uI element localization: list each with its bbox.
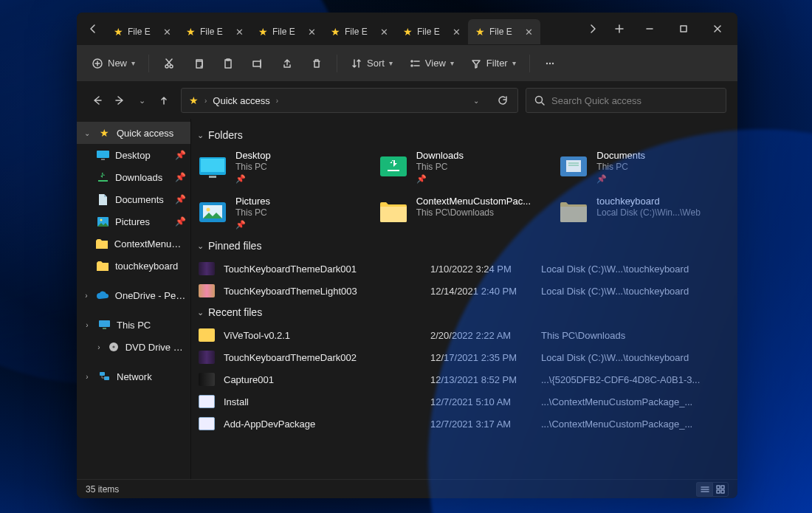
folder-tile[interactable]: Documents This PC 📌 [557, 147, 729, 187]
up-button[interactable] [154, 90, 173, 111]
close-window-button[interactable] [701, 17, 734, 41]
tiles-view-toggle[interactable] [712, 482, 729, 497]
sidebar-item[interactable]: touchkeyboard [77, 255, 190, 277]
file-row[interactable]: Add-AppDevPackage 12/7/2021 3:17 AM ...\… [196, 413, 729, 435]
group-pinned-files[interactable]: ⌄ Pinned files [197, 240, 729, 252]
address-bar[interactable]: ★ › Quick access › ⌄ [181, 88, 518, 113]
star-icon: ★ [403, 26, 413, 38]
file-row[interactable]: Capture001 12/13/2021 8:52 PM ...\{5205D… [196, 368, 729, 390]
sidebar-onedrive[interactable]: › OneDrive - Personal [77, 284, 190, 306]
filter-button[interactable]: Filter ▾ [463, 51, 523, 76]
sidebar-item-label: touchkeyboard [115, 261, 178, 272]
tab[interactable]: ★ File E ✕ [396, 19, 468, 44]
file-thumb [199, 328, 215, 342]
sidebar-item[interactable]: Downloads 📌 [77, 166, 190, 188]
svg-rect-16 [253, 61, 261, 66]
folder-icon [197, 196, 228, 225]
item-count: 35 items [86, 484, 119, 495]
sidebar-item[interactable]: Desktop 📌 [77, 144, 190, 166]
details-view-toggle[interactable] [696, 482, 712, 497]
network-label: Network [117, 371, 152, 382]
toolbar: New ▾ Sort ▾ View ▾ [77, 45, 737, 82]
svg-rect-54 [721, 486, 724, 489]
file-row[interactable]: TouchKeyboardThemeDark002 12/17/2021 2:3… [196, 346, 729, 368]
share-button[interactable] [273, 51, 301, 76]
sidebar-quick-access[interactable]: ⌄ ★ Quick access [77, 122, 190, 144]
sidebar-this-pc[interactable]: › This PC [77, 314, 190, 336]
file-row[interactable]: TouchKeyboardThemeLight003 12/14/2021 2:… [196, 280, 729, 302]
search-input[interactable] [551, 95, 718, 106]
tab-scroll-right[interactable] [579, 16, 606, 42]
svg-rect-3 [681, 26, 687, 32]
tab-close-button[interactable]: ✕ [378, 26, 390, 38]
group-folders[interactable]: ⌄ Folders [197, 129, 729, 141]
sidebar-item[interactable]: Documents 📌 [77, 188, 190, 210]
view-button[interactable]: View ▾ [402, 51, 461, 76]
folder-tile[interactable]: ContextMenuCustomPac... This PC\Download… [376, 193, 548, 233]
tab-close-button[interactable]: ✕ [523, 26, 534, 38]
pin-icon: 📌 [235, 220, 270, 230]
group-recent-files[interactable]: ⌄ Recent files [197, 306, 729, 318]
tab-close-button[interactable]: ✕ [233, 26, 245, 38]
new-button[interactable]: New ▾ [84, 51, 142, 76]
sort-button[interactable]: Sort ▾ [343, 51, 400, 76]
minimize-button[interactable] [633, 17, 667, 41]
documents-icon [96, 194, 109, 205]
sidebar-network[interactable]: › Network [77, 365, 190, 388]
tab[interactable]: ★ File E ✕ [251, 19, 323, 44]
file-path: ...\ContextMenuCustomPackage_... [541, 419, 726, 430]
delete-button[interactable] [303, 51, 331, 76]
file-row[interactable]: ViVeTool-v0.2.1 2/20/2022 2:22 AM This P… [196, 324, 729, 346]
folder-tile[interactable]: touchkeyboard Local Disk (C:)\Win...\Web [557, 193, 729, 233]
chevron-down-icon: ▾ [131, 59, 135, 67]
toolbar-divider [148, 55, 149, 72]
chevron-down-icon: ⌄ [197, 131, 204, 140]
tab-close-button[interactable]: ✕ [306, 26, 317, 38]
tab[interactable]: ★ File E ✕ [106, 19, 179, 44]
pin-icon: 📌 [175, 216, 186, 227]
file-row[interactable]: Install 12/7/2021 5:10 AM ...\ContextMen… [196, 390, 729, 413]
folder-name: Pictures [235, 196, 270, 207]
content-area[interactable]: ⌄ Folders Desktop This PC 📌 Downloads Th… [191, 119, 737, 479]
tab[interactable]: ★ File E ✕ [179, 19, 251, 44]
sidebar-item[interactable]: Pictures 📌 [77, 210, 190, 233]
recent-locations-button[interactable]: ⌄ [132, 90, 151, 111]
svg-point-22 [546, 62, 548, 63]
copy-button[interactable] [185, 51, 213, 76]
new-tab-button[interactable] [606, 16, 633, 42]
file-path: ...\ContextMenuCustomPackage_... [541, 396, 726, 407]
more-button[interactable] [536, 51, 564, 76]
breadcrumb-location[interactable]: Quick access [213, 95, 269, 106]
search-box[interactable] [526, 88, 726, 113]
tab-close-button[interactable]: ✕ [161, 26, 173, 38]
rename-button[interactable] [244, 51, 272, 76]
sidebar: ⌄ ★ Quick access Desktop 📌 Downloads 📌 D… [77, 119, 191, 479]
folders-label: Folders [208, 129, 243, 141]
tab-close-button[interactable]: ✕ [450, 26, 462, 38]
folder-tile[interactable]: Downloads This PC 📌 [376, 147, 548, 187]
svg-point-19 [411, 65, 413, 66]
sidebar-item[interactable]: ContextMenuCust [77, 233, 190, 255]
tab[interactable]: ★ File E ✕ [323, 19, 396, 44]
folder-tile[interactable]: Desktop This PC 📌 [196, 147, 368, 187]
folder-icon [378, 150, 409, 179]
file-row[interactable]: TouchKeyboardThemeDark001 1/10/2022 3:24… [196, 258, 729, 280]
tab-label: File E [417, 27, 446, 37]
forward-button[interactable] [110, 90, 129, 111]
tab[interactable]: ★ File E ✕ [468, 19, 540, 44]
cut-button[interactable] [155, 51, 183, 76]
sidebar-dvd-drive[interactable]: › DVD Drive (D:) CCCO [77, 336, 190, 358]
paste-button[interactable] [214, 51, 242, 76]
folder-name: touchkeyboard [596, 196, 700, 207]
back-button[interactable] [88, 90, 107, 111]
address-dropdown[interactable]: ⌄ [466, 90, 486, 111]
tab-label: File E [272, 27, 301, 37]
folder-sub: This PC [235, 162, 271, 172]
toolbar-divider [529, 55, 530, 72]
maximize-button[interactable] [667, 17, 701, 41]
svg-rect-37 [104, 376, 109, 380]
refresh-button[interactable] [492, 90, 513, 111]
tab-label: File E [345, 27, 374, 37]
folder-tile[interactable]: Pictures This PC 📌 [196, 193, 368, 233]
tab-scroll-left[interactable] [80, 16, 106, 42]
